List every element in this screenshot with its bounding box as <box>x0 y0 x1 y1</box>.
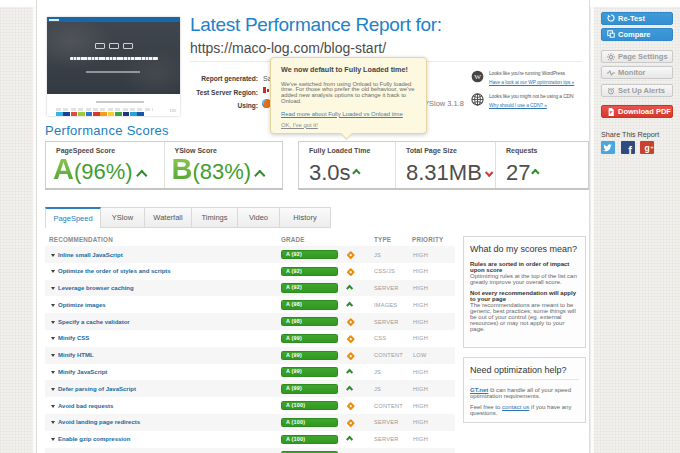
svg-text:g: g <box>644 143 649 153</box>
svg-text:P: P <box>610 110 613 115</box>
svg-text:f: f <box>628 143 632 154</box>
svg-text:W: W <box>474 73 481 81</box>
svg-text:+: + <box>650 143 654 149</box>
